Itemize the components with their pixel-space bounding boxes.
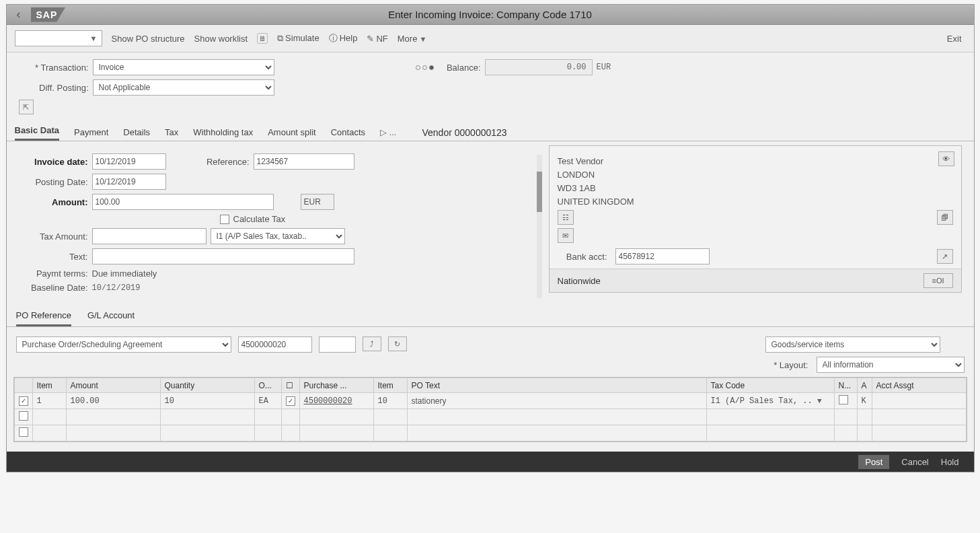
panel-scrollbar[interactable] bbox=[537, 155, 542, 298]
row-select-checkbox[interactable] bbox=[19, 427, 28, 437]
amount-input[interactable] bbox=[92, 194, 274, 210]
show-worklist-link[interactable]: Show worklist bbox=[194, 34, 248, 44]
reference-input[interactable] bbox=[254, 153, 354, 170]
chevron-down-icon: ▼ bbox=[417, 35, 426, 43]
app-window: ‹ SAP Enter Incoming Invoice: Company Co… bbox=[6, 4, 975, 472]
cell-tax-code[interactable]: I1 (A/P Sales Tax, .. ▼ bbox=[706, 393, 834, 409]
doc-type-select[interactable]: Purchase Order/Scheduling Agreement bbox=[16, 336, 231, 353]
tab-contacts[interactable]: Contacts bbox=[331, 127, 365, 141]
tab-amount-split[interactable]: Amount split bbox=[268, 127, 316, 141]
diff-posting-label: Diff. Posting: bbox=[19, 83, 93, 93]
vendor-header: Vendor 0000000123 bbox=[419, 127, 506, 138]
row-select-checkbox[interactable] bbox=[19, 396, 28, 406]
vendor-address-icon[interactable]: ☷ bbox=[558, 210, 574, 225]
amount-currency[interactable] bbox=[301, 194, 334, 210]
back-button[interactable]: ‹ bbox=[7, 5, 31, 24]
layout-select[interactable]: All information bbox=[817, 357, 965, 373]
cell-item: 1 bbox=[32, 393, 66, 409]
header-area: * Transaction: Invoice Balance: 0.00 EUR… bbox=[7, 52, 974, 121]
po-reference-bar: Purchase Order/Scheduling Agreement ⤴ ↻ … bbox=[7, 327, 974, 377]
table-row[interactable]: 1 100.00 10 EA 4500000020 10 stationery … bbox=[14, 393, 966, 409]
help-icon: ⓘ bbox=[329, 33, 338, 43]
col-acct-assgt[interactable]: Acct Assgt bbox=[872, 378, 966, 393]
table-row[interactable] bbox=[14, 425, 966, 441]
post-button[interactable]: Post bbox=[858, 455, 889, 469]
cell-acct-assgt[interactable] bbox=[872, 393, 966, 409]
tab-details[interactable]: Details bbox=[123, 127, 150, 141]
vendor-name: Test Vendor bbox=[558, 156, 953, 166]
calculate-tax-checkbox[interactable] bbox=[220, 215, 229, 224]
sap-logo: SAP bbox=[31, 7, 66, 22]
cell-a: K bbox=[857, 393, 872, 409]
document-icon[interactable]: 🗎 bbox=[257, 33, 268, 44]
show-po-structure-link[interactable]: Show PO structure bbox=[112, 34, 185, 44]
col-a[interactable]: A bbox=[857, 378, 872, 393]
tab-payment[interactable]: Payment bbox=[74, 127, 108, 141]
tab-withholding-tax[interactable]: Withholding tax bbox=[193, 127, 253, 141]
col-o[interactable]: O... bbox=[254, 378, 281, 393]
table-row[interactable] bbox=[14, 409, 966, 425]
po-refresh-button[interactable]: ↻ bbox=[388, 336, 407, 351]
cell-n-checkbox[interactable] bbox=[839, 395, 848, 404]
layout-label: * Layout: bbox=[765, 360, 813, 370]
transaction-selector[interactable]: ▼ bbox=[15, 30, 102, 46]
help-link[interactable]: ⓘHelp bbox=[329, 32, 358, 44]
basic-data-panel: Invoice date: Reference: Posting Date: A… bbox=[7, 141, 545, 305]
cell-o-checkbox[interactable] bbox=[286, 396, 295, 406]
text-input[interactable] bbox=[92, 248, 354, 264]
tab-more[interactable]: ▷ ... bbox=[380, 127, 396, 141]
col-tax[interactable]: Tax Code bbox=[706, 378, 834, 393]
expand-header-button[interactable]: ⇱ bbox=[19, 100, 34, 114]
col-po-text[interactable]: PO Text bbox=[407, 378, 706, 393]
bank-acct-label: Bank acct: bbox=[558, 252, 611, 262]
cell-amount[interactable]: 100.00 bbox=[66, 393, 160, 409]
vendor-attachment-icon[interactable]: 🗐 bbox=[937, 210, 953, 225]
tax-code-select[interactable]: I1 (A/P Sales Tax, taxab.. bbox=[211, 228, 345, 244]
paymt-terms-value: Due immediately bbox=[92, 269, 157, 279]
col-o-settings[interactable]: ☐ bbox=[281, 378, 299, 393]
vendor-city: LONDON bbox=[558, 170, 953, 180]
col-n[interactable]: N... bbox=[834, 378, 857, 393]
tab-tax[interactable]: Tax bbox=[165, 127, 178, 141]
bank-acct-input[interactable] bbox=[615, 248, 710, 264]
transaction-select[interactable]: Invoice bbox=[93, 59, 274, 75]
oi-label: OI bbox=[936, 277, 944, 285]
vendor-panel: 👁 Test Vendor LONDON WD3 1AB UNITED KING… bbox=[545, 141, 974, 305]
hold-button[interactable]: Hold bbox=[941, 457, 959, 467]
text-label: Text: bbox=[15, 252, 92, 262]
more-menu[interactable]: More ▼ bbox=[398, 34, 427, 44]
tax-amount-input[interactable] bbox=[92, 228, 206, 244]
vendor-display-button[interactable]: 👁 bbox=[938, 151, 954, 166]
nf-link[interactable]: ✎NF bbox=[367, 34, 387, 44]
open-items-button[interactable]: ≡ OI bbox=[924, 273, 953, 288]
col-purchase[interactable]: Purchase ... bbox=[299, 378, 373, 393]
tab-po-reference[interactable]: PO Reference bbox=[16, 310, 71, 326]
cell-purchase-order-link[interactable]: 4500000020 bbox=[299, 393, 373, 409]
nf-icon: ✎ bbox=[367, 34, 374, 44]
main-toolbar: ▼ Show PO structure Show worklist 🗎 ⧉Sim… bbox=[7, 25, 974, 52]
invoice-date-input[interactable] bbox=[92, 153, 166, 170]
tab-basic-data[interactable]: Basic Data bbox=[15, 125, 59, 141]
po-search-button[interactable]: ⤴ bbox=[363, 336, 381, 351]
exit-link[interactable]: Exit bbox=[947, 34, 962, 44]
po-item-input[interactable] bbox=[319, 336, 356, 353]
invoice-date-label: Invoice date: bbox=[15, 157, 92, 167]
col-quantity[interactable]: Quantity bbox=[160, 378, 254, 393]
bank-details-button[interactable]: ↗ bbox=[937, 249, 953, 264]
diff-posting-select[interactable]: Not Applicable bbox=[93, 79, 274, 96]
bank-name: Nationwide bbox=[558, 276, 601, 286]
posting-date-input[interactable] bbox=[92, 174, 166, 190]
vendor-contact-icon[interactable]: ✉ bbox=[558, 228, 574, 243]
cell-quantity[interactable]: 10 bbox=[160, 393, 254, 409]
simulate-link[interactable]: ⧉Simulate bbox=[277, 33, 319, 44]
tab-gl-account[interactable]: G/L Account bbox=[87, 310, 135, 326]
col-amount[interactable]: Amount bbox=[66, 378, 160, 393]
col-item2[interactable]: Item bbox=[373, 378, 407, 393]
row-select-checkbox[interactable] bbox=[19, 411, 28, 421]
cancel-button[interactable]: Cancel bbox=[901, 457, 928, 467]
more-label: More bbox=[398, 34, 418, 44]
item-type-select[interactable]: Goods/service items bbox=[765, 336, 940, 353]
calculate-tax-label: Calculate Tax bbox=[233, 214, 286, 224]
po-number-input[interactable] bbox=[238, 336, 312, 353]
col-item[interactable]: Item bbox=[32, 378, 66, 393]
